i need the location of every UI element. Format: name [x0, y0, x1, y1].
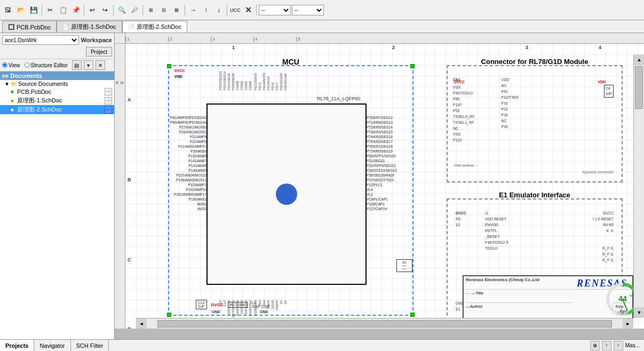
- pin-left-area: P81/AMP0OPD/SEG43P60/AMP0OPD/SEG44P27/AN…: [133, 115, 206, 211]
- toolbar-redo[interactable]: ↪: [99, 4, 111, 16]
- tab-sch2-icon: 📄: [128, 24, 134, 30]
- tab-sch1-label: 原理图-1.SchDoc: [71, 23, 116, 31]
- pcb-file-icon: ■: [9, 89, 16, 95]
- toolbar-sep6: [227, 5, 227, 15]
- panel-ctrl-close[interactable]: ✕: [96, 60, 105, 70]
- bottom-tab-navigator-label: Navigator: [39, 342, 65, 349]
- toolbar-combo2[interactable]: --: [292, 5, 324, 15]
- workspace-row: ace1.DsnWrk Workspace: [2, 35, 112, 45]
- structure-editor-radio[interactable]: [25, 62, 30, 68]
- pin-top-area: P153/SEG23P152/SEG10P151/SEG9P150/SEG8CO…: [218, 71, 288, 90]
- toolbar-zoom-in[interactable]: 🔍: [116, 4, 128, 16]
- tab-sch2-label: 原理图-2.SchDoc: [137, 23, 181, 31]
- toolbar-sep3: [113, 5, 114, 15]
- sch2-label: 原理图-2.SchDoc: [17, 106, 62, 114]
- toolbar-b5[interactable]: ↑: [200, 4, 212, 16]
- scroll-thumb-h[interactable]: [157, 320, 612, 328]
- mcu-title: MCU: [282, 58, 299, 66]
- toolbar-sep5: [185, 5, 185, 15]
- toolbar-b2[interactable]: ⊟: [158, 4, 170, 16]
- left-panel: ace1.DsnWrk Workspace Project View Struc…: [0, 33, 115, 339]
- edge-label-4: 4: [599, 45, 601, 50]
- toolbar-b4[interactable]: →: [187, 4, 199, 16]
- bottom-bar: Projects Navigator SCH Filter ⊕ ↑ ↑ Mas.…: [0, 339, 644, 351]
- view-radio[interactable]: [2, 62, 7, 68]
- source-docs-label: Source Documents: [18, 81, 68, 87]
- toolbar-undo[interactable]: ↩: [86, 4, 98, 16]
- scroll-thumb-v[interactable]: [635, 66, 643, 109]
- toolbar-b6[interactable]: ↓: [213, 4, 225, 16]
- title-row-author: —Author: [466, 302, 573, 309]
- mcu-chip: RL78_11A_LQFP60 P153/SEG23P152/SEG10P151…: [206, 103, 367, 285]
- project-button[interactable]: Project: [86, 47, 112, 57]
- toolbar-b1[interactable]: ⊞: [145, 4, 157, 16]
- ruler-horizontal: 1 2 3 4 5: [125, 33, 644, 44]
- tab-pcb-label: PCB.PcbDoc: [17, 24, 51, 30]
- bottom-tab-sch-filter-label: SCH Filter: [76, 342, 104, 349]
- toolbar-save[interactable]: 💾: [28, 4, 39, 16]
- gnd-bottom: GND: [212, 310, 220, 314]
- toolbar-paste[interactable]: 📌: [70, 4, 82, 16]
- company-name: Renesas Electronics (China) Co.,Ltd: [466, 277, 539, 282]
- workspace-select[interactable]: ace1.DsnWrk: [2, 35, 79, 45]
- scroll-vertical[interactable]: ▲ ▼: [633, 54, 644, 318]
- toolbar-open[interactable]: 📂: [15, 4, 27, 16]
- sch2-action-btn[interactable]: ⋯: [105, 106, 112, 114]
- canvas-area[interactable]: 1 2 3 4 5 A B C D A B C D 1 2 3 4: [115, 33, 644, 339]
- chip-dot: [276, 184, 297, 205]
- edge-label-b: B: [128, 177, 131, 182]
- bottom-arrow-btn[interactable]: ↑: [602, 341, 611, 350]
- expand-icon-source: ▼: [4, 81, 10, 87]
- corner-bl: [167, 313, 171, 317]
- toolbar-b8[interactable]: ✕: [242, 4, 254, 16]
- gauge-percent-symbol: %: [629, 293, 633, 298]
- toolbar-cut[interactable]: ✂: [44, 4, 56, 16]
- gnd-bottom2: GND: [260, 310, 268, 314]
- gauge-speed: ↑ 0K/s: [617, 311, 629, 316]
- tree-item-pcb[interactable]: ■ PCB.PcbDoc ⋯: [0, 87, 114, 96]
- tree-item-sch1[interactable]: ■ 原理图-1.SchDoc ⋯: [0, 96, 114, 105]
- toolbar-zoom-out[interactable]: 🔎: [129, 4, 140, 16]
- e1-title: E1 Emulator Interface: [499, 191, 570, 199]
- pcb-label: PCB.PcbDoc: [17, 89, 51, 95]
- panel-icon-btn1[interactable]: ▤: [72, 60, 82, 70]
- toolbar-copy[interactable]: 📋: [57, 4, 69, 16]
- scroll-up-btn[interactable]: ▲: [634, 54, 644, 65]
- scroll-down-btn[interactable]: ▼: [634, 307, 644, 318]
- sch1-file-icon: ■: [9, 98, 16, 104]
- tree-item-source-docs[interactable]: ▼ 📁 Source Documents: [0, 80, 114, 87]
- bottom-tab-projects[interactable]: Projects: [0, 340, 34, 352]
- bottom-tab-navigator[interactable]: Navigator: [34, 340, 70, 352]
- structure-editor-text: Structure Editor: [25, 62, 68, 68]
- toolbar-combo1[interactable]: --: [259, 5, 291, 15]
- tab-bar: 🔲 PCB.PcbDoc 📄 原理图-1.SchDoc 📄 原理图-2.SchD…: [0, 20, 644, 33]
- tree-item-sch2[interactable]: ■ 原理图-2.SchDoc ⋯: [0, 105, 114, 114]
- connector-inner: CN1 VSSP40/TOOL0P60P147P02TXSELH_RFTXSEL…: [453, 77, 616, 176]
- schematic-canvas[interactable]: A B C D 1 2 3 4 MCU RL78_11A_LQFP60: [125, 44, 644, 329]
- edge-label-2: 2: [392, 45, 395, 50]
- bottom-tab-projects-label: Projects: [5, 342, 28, 349]
- tab-sch2[interactable]: 📄 原理图-2.SchDoc: [122, 21, 187, 33]
- scroll-right-btn[interactable]: ►: [623, 318, 633, 329]
- bottom-up-btn[interactable]: ↑: [614, 341, 623, 350]
- bottom-zoom-btn[interactable]: ⊕: [590, 341, 600, 350]
- panel-icon-btn2[interactable]: ▾: [84, 60, 93, 70]
- folder-icon-source: 📁: [11, 81, 17, 87]
- scroll-left-btn[interactable]: ◄: [136, 318, 147, 329]
- pcb-action-btn[interactable]: ⋯: [105, 88, 112, 95]
- toolbar-new[interactable]: 🖫: [2, 4, 14, 16]
- ruler-corner: [115, 33, 125, 44]
- sch1-action-btn[interactable]: ⋯: [105, 97, 112, 105]
- toolbar-sep4: [142, 5, 143, 15]
- view-text: View: [2, 62, 20, 68]
- tab-sch1[interactable]: 📄 原理图-1.SchDoc: [57, 21, 122, 33]
- toolbar-b7[interactable]: UCC: [229, 4, 241, 16]
- toolbar-sep1: [42, 5, 42, 15]
- vnd-label: VND: [174, 75, 182, 78]
- dvcc-label-mcu: DVCC: [174, 69, 185, 73]
- tab-pcb[interactable]: 🔲 PCB.PcbDoc: [2, 21, 57, 33]
- corner-tl: [167, 64, 171, 68]
- scroll-horizontal[interactable]: ◄ ►: [136, 318, 633, 329]
- toolbar-b3[interactable]: ⊠: [171, 4, 182, 16]
- bottom-tab-sch-filter[interactable]: SCH Filter: [71, 340, 109, 352]
